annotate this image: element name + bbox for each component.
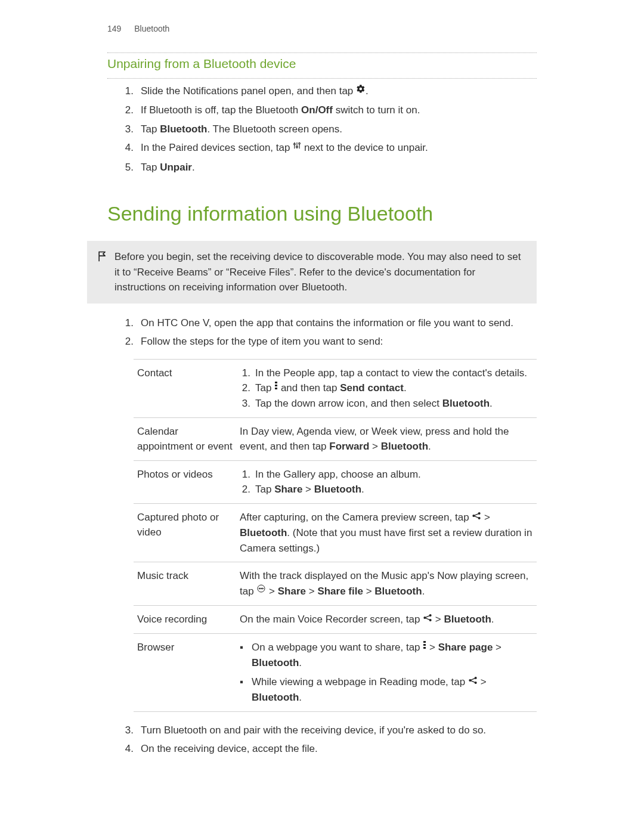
svg-point-5 — [299, 143, 301, 144]
overflow-menu-icon — [274, 380, 278, 395]
share-nodes-icon — [472, 509, 481, 525]
send-step-2: 2. Follow the steps for the type of item… — [119, 334, 537, 349]
unpair-step-3: 3. Tap Bluetooth. The Bluetooth screen o… — [119, 122, 537, 137]
more-circle-icon — [256, 583, 266, 598]
svg-rect-26 — [423, 647, 426, 649]
share-nodes-icon — [468, 674, 478, 689]
dotted-separator-bottom — [107, 78, 537, 79]
send-steps-top: 1. On HTC One V, open the app that conta… — [107, 315, 537, 349]
row-photos: Photos or videos 1.In the Gallery app, c… — [134, 460, 537, 503]
unpair-step-5: 5. Tap Unpair. — [119, 160, 537, 175]
page-number: 149 — [107, 24, 121, 33]
svg-rect-9 — [275, 388, 277, 389]
section-title: Sending information using Bluetooth — [107, 202, 537, 225]
note-box: Before you begin, set the receiving devi… — [87, 241, 537, 304]
svg-point-1 — [294, 143, 296, 145]
svg-point-16 — [259, 588, 261, 589]
send-table: Contact 1.In the People app, tap a conta… — [134, 359, 537, 712]
unpair-step-1: 1. Slide the Notifications panel open, a… — [119, 83, 537, 99]
row-music: Music track With the track displayed on … — [134, 562, 537, 606]
row-calendar: Calendar appointment or event In Day vie… — [134, 417, 537, 460]
svg-line-13 — [475, 513, 479, 515]
svg-line-31 — [471, 680, 475, 682]
row-voice: Voice recording On the main Voice Record… — [134, 605, 537, 633]
svg-rect-25 — [423, 644, 426, 646]
overflow-menu-icon — [423, 639, 426, 655]
row-captured: Captured photo or video After capturing,… — [134, 503, 537, 562]
unpair-steps: 1. Slide the Notifications panel open, a… — [107, 83, 537, 175]
page-root: 149 Bluetooth Unpairing from a Bluetooth… — [0, 0, 644, 833]
note-text: Before you begin, set the receiving devi… — [114, 249, 525, 295]
share-nodes-icon — [423, 611, 432, 627]
row-contact: Contact 1.In the People app, tap a conta… — [134, 359, 537, 417]
svg-rect-8 — [275, 385, 277, 386]
send-step-3: 3. Turn Bluetooth on and pair with the r… — [119, 723, 537, 738]
send-step-1: 1. On HTC One V, open the app that conta… — [119, 315, 537, 331]
svg-rect-7 — [275, 382, 277, 383]
svg-line-22 — [426, 615, 430, 617]
svg-point-17 — [261, 588, 262, 589]
subsection-title: Unpairing from a Bluetooth device — [107, 55, 537, 71]
svg-line-30 — [471, 678, 475, 680]
send-steps-bottom: 3. Turn Bluetooth on and pair with the r… — [107, 723, 537, 757]
svg-rect-24 — [423, 641, 426, 643]
svg-line-23 — [426, 618, 430, 620]
svg-point-18 — [262, 588, 264, 589]
flag-icon — [97, 249, 109, 268]
page-header: 149 Bluetooth — [107, 24, 537, 33]
send-step-4: 4. On the receiving device, accept the f… — [119, 741, 537, 757]
header-section: Bluetooth — [134, 24, 169, 33]
svg-point-3 — [296, 146, 298, 148]
svg-line-14 — [475, 516, 479, 518]
gear-icon — [356, 83, 366, 98]
unpair-step-2: 2. If Bluetooth is off, tap the Bluetoot… — [119, 103, 537, 118]
sliders-icon — [293, 140, 301, 155]
row-browser: Browser ▪ On a webpage you want to share… — [134, 634, 537, 712]
unpair-step-4: 4. In the Paired devices section, tap ne… — [119, 140, 537, 156]
dotted-separator-top — [107, 52, 537, 53]
